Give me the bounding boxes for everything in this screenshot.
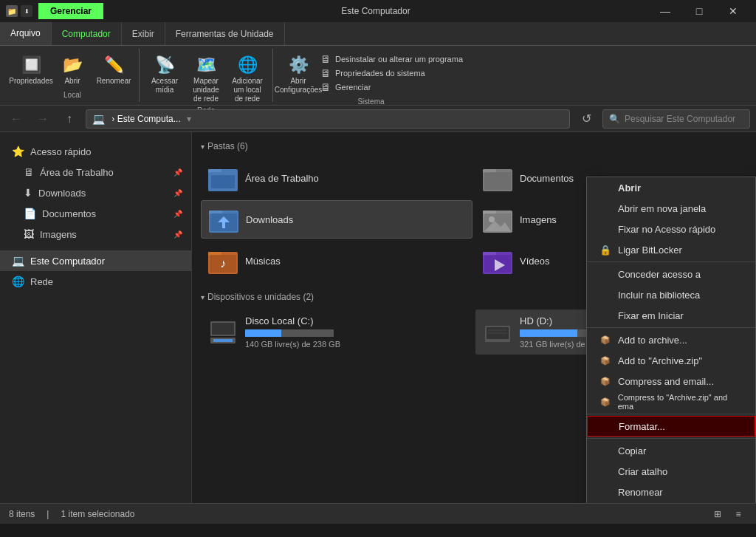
address-dropdown-icon[interactable]: ▾ xyxy=(187,114,191,124)
ctx-item-iniciar[interactable]: Fixar em Iniciar xyxy=(587,305,755,326)
ctx-sep-4 xyxy=(587,438,755,439)
gerenciar-tab[interactable]: Gerenciar xyxy=(38,3,103,19)
acessar-midia-button[interactable]: 📡 Acessar mídia xyxy=(145,52,184,96)
ribbon: Arquivo Computador Exibir Ferramentas de… xyxy=(0,22,756,106)
mapear-unidade-button[interactable]: 🗺️ Mapear unidade de rede xyxy=(187,52,225,105)
ctx-item-propriedades[interactable]: Propriedades xyxy=(587,502,755,503)
close-button[interactable]: ✕ xyxy=(716,0,750,22)
ctx-sep-2 xyxy=(587,327,755,328)
tb-icon2: ⬇ xyxy=(21,5,32,17)
abrir-button[interactable]: 📂 Abrir xyxy=(53,52,92,87)
large-icons-view-button[interactable]: ⊞ xyxy=(709,506,726,522)
abrir-config-button[interactable]: ⚙️ Abrir Configurações xyxy=(279,52,317,96)
ctx-icon-formatar xyxy=(599,420,613,433)
sidebar-item-thispc[interactable]: 💻 Este Computador xyxy=(0,250,191,271)
ctx-item-bitlocker[interactable]: 🔒 Ligar BitLocker xyxy=(587,239,755,260)
desinstalar-button[interactable]: 🖥Desinstalar ou alterar um programa xyxy=(320,53,463,65)
up-button[interactable]: ↑ xyxy=(59,109,80,129)
renomear-icon: ✏️ xyxy=(102,53,126,77)
folder-icon-downloads xyxy=(209,206,238,233)
folder-icon-desktop xyxy=(208,165,238,191)
drive-item-c[interactable]: Disco Local (C:) 140 GB livre(s) de 238 … xyxy=(201,309,472,355)
sidebar-item-images[interactable]: 🖼 Imagens 📌 xyxy=(0,224,191,244)
ctx-item-add-archive[interactable]: 📦 Add to archive... xyxy=(587,329,755,350)
sidebar-item-label-thispc: Este Computador xyxy=(30,256,105,267)
svg-rect-29 xyxy=(487,327,509,341)
sidebar-item-acesso-rapido[interactable]: ⭐ Acesso rápido xyxy=(0,141,191,162)
window-title: Este Computador xyxy=(103,6,648,16)
ctx-item-copiar[interactable]: Copiar xyxy=(587,440,755,461)
back-button[interactable]: ← xyxy=(6,109,27,129)
pin-icon-downloads: 📌 xyxy=(173,189,182,197)
pin-icon-images: 📌 xyxy=(173,230,182,239)
folders-chevron[interactable]: ▾ xyxy=(201,143,205,151)
sidebar-item-label-acesso: Acesso rápido xyxy=(30,146,91,157)
ctx-label-biblioteca: Incluir na biblioteca xyxy=(618,290,700,301)
search-box[interactable]: 🔍 Pesquisar Este Computador xyxy=(602,109,750,129)
folder-name-images: Imagens xyxy=(520,214,557,225)
ctx-item-renomear[interactable]: Renomear xyxy=(587,482,755,502)
ctx-label-atalho: Criar atalho xyxy=(618,466,667,477)
ribbon-content: 🔲 Propriedades 📂 Abrir ✏️ Renomear Local… xyxy=(0,46,756,105)
gerenciar-button[interactable]: 🖥Gerenciar xyxy=(320,81,463,93)
minimize-button[interactable]: — xyxy=(648,0,682,22)
address-path-icon: 💻 xyxy=(92,113,105,125)
address-bar: ← → ↑ 💻 › Este Computa... ▾ ↺ 🔍 Pesquisa… xyxy=(0,106,756,132)
network-icon: 🌐 xyxy=(12,276,24,287)
selected-count: 1 item selecionado xyxy=(61,509,134,519)
folder-name-downloads: Downloads xyxy=(246,214,293,225)
ctx-item-nova-janela[interactable]: Abrir em nova janela xyxy=(587,198,755,219)
search-placeholder: Pesquisar Este Computador xyxy=(625,114,735,124)
title-bar: 📁 ⬇ Gerenciar Este Computador — □ ✕ xyxy=(0,0,756,22)
ctx-item-add-zip[interactable]: 📦 Add to "Archive.zip" xyxy=(587,350,755,371)
ctx-label-nova-janela: Abrir em nova janela xyxy=(618,203,706,214)
folder-name-documents: Documentos xyxy=(520,173,574,184)
propriedades-sistema-button[interactable]: 🖥Propriedades do sistema xyxy=(320,67,463,79)
folder-icon-documents xyxy=(483,165,512,191)
ctx-item-formatar[interactable]: Formatar... xyxy=(587,416,755,437)
ctx-label-copiar: Copiar xyxy=(618,445,646,456)
mapear-unidade-icon: 🗺️ xyxy=(194,53,218,77)
ctx-item-biblioteca[interactable]: Incluir na biblioteca xyxy=(587,284,755,305)
maximize-button[interactable]: □ xyxy=(682,0,716,22)
drive-info-c: Disco Local (C:) 140 GB livre(s) de 238 … xyxy=(245,315,340,349)
drives-title-text: Dispositivos e unidades (2) xyxy=(207,292,314,302)
folders-title-text: Pastas (6) xyxy=(207,141,248,151)
acessar-midia-label: Acessar mídia xyxy=(147,77,182,95)
renomear-button[interactable]: ✏️ Renomear xyxy=(94,52,133,87)
ctx-item-conceder[interactable]: Conceder acesso a xyxy=(587,264,755,284)
ctx-item-abrir[interactable]: Abrir xyxy=(587,177,755,198)
status-bar: 8 itens | 1 item selecionado ⊞ ≡ xyxy=(0,503,756,524)
tab-arquivo[interactable]: Arquivo xyxy=(0,22,52,45)
list-view-button[interactable]: ≡ xyxy=(729,506,747,522)
ctx-item-atalho[interactable]: Criar atalho xyxy=(587,461,755,482)
folder-item-music[interactable]: ♪ Músicas xyxy=(201,242,472,280)
sidebar-item-downloads[interactable]: ⬇ Downloads 📌 xyxy=(0,182,191,203)
folder-item-downloads[interactable]: Downloads xyxy=(201,200,472,239)
sidebar-item-documents[interactable]: 📄 Documentos 📌 xyxy=(0,203,191,224)
ctx-item-compress-zip-email[interactable]: 📦 Compress to "Archive.zip" and ema xyxy=(587,391,755,412)
content-area: ▾ Pastas (6) Área de Trabalho Documentos xyxy=(192,132,756,503)
propriedades-button[interactable]: 🔲 Propriedades xyxy=(12,52,50,87)
ctx-icon-iniciar xyxy=(599,309,612,322)
tab-computador[interactable]: Computador xyxy=(52,22,122,45)
window-controls: — □ ✕ xyxy=(648,0,750,22)
folder-item-desktop[interactable]: Área de Trabalho xyxy=(201,159,472,197)
tab-exibir[interactable]: Exibir xyxy=(122,22,165,45)
address-path[interactable]: 💻 › Este Computa... ▾ xyxy=(86,109,570,129)
sidebar-item-desktop[interactable]: 🖥 Área de Trabalho 📌 xyxy=(0,162,191,182)
ctx-item-compress-email[interactable]: 📦 Compress and email... xyxy=(587,371,755,391)
ctx-label-iniciar: Fixar em Iniciar xyxy=(618,310,684,321)
ribbon-group-local-items: 🔲 Propriedades 📂 Abrir ✏️ Renomear xyxy=(12,52,133,89)
sidebar-item-network[interactable]: 🌐 Rede xyxy=(0,271,191,292)
ctx-item-fixar-acesso[interactable]: Fixar no Acesso rápido xyxy=(587,219,755,239)
refresh-button[interactable]: ↺ xyxy=(576,109,597,129)
forward-button[interactable]: → xyxy=(32,109,53,129)
drives-chevron[interactable]: ▾ xyxy=(201,293,205,301)
adicionar-local-button[interactable]: 🌐 Adicionar um local de rede xyxy=(228,52,267,105)
sidebar-item-label-downloads: Downloads xyxy=(38,188,86,199)
tab-ferramentas[interactable]: Ferramentas de Unidade xyxy=(165,22,285,45)
ctx-icon-add-zip: 📦 xyxy=(599,354,612,367)
ctx-icon-compress-zip-email: 📦 xyxy=(599,395,612,408)
ctx-label-conceder: Conceder acesso a xyxy=(618,269,701,280)
